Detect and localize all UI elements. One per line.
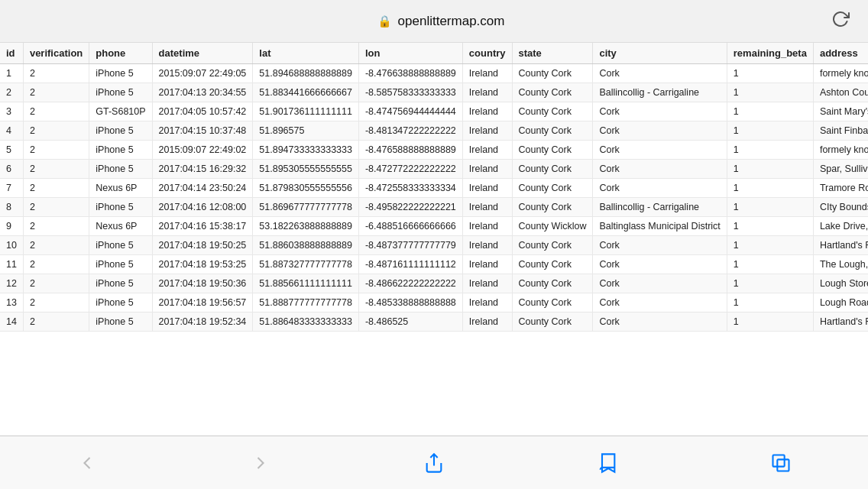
cell-5-remaining_beta: 1 — [727, 160, 813, 179]
cell-4-remaining_beta: 1 — [727, 141, 813, 160]
cell-4-country: Ireland — [462, 141, 512, 160]
cell-10-lon: -8.487161111111112 — [358, 255, 462, 274]
cell-11-lat: 51.885661111111111 — [253, 274, 359, 293]
data-table: idverificationphonedatetimelatloncountry… — [0, 43, 868, 332]
cell-12-verification: 2 — [23, 293, 89, 313]
cell-5-verification: 2 — [23, 160, 89, 179]
cell-6-country: Ireland — [462, 179, 512, 198]
cell-10-id: 11 — [0, 255, 23, 274]
cell-12-id: 13 — [0, 293, 23, 313]
back-button[interactable] — [61, 446, 113, 480]
cell-11-address: Lough Stores, Brookfield Lawn, Cro... — [813, 274, 868, 293]
cell-2-remaining_beta: 1 — [727, 102, 813, 121]
cell-10-country: Ireland — [462, 255, 512, 274]
cell-5-id: 6 — [0, 160, 23, 179]
svg-rect-2 — [778, 459, 789, 471]
table-row: 92Nexus 6P2017:04:16 15:38:1753.18226388… — [0, 217, 868, 236]
table-row: 102iPhone 52017:04:18 19:50:2551.8860388… — [0, 236, 868, 255]
share-button[interactable] — [408, 446, 460, 480]
cell-0-remaining_beta: 1 — [727, 64, 813, 83]
cell-0-address: formely known as Zam Zam, Barra... — [813, 64, 868, 83]
cell-1-phone: iPhone 5 — [89, 83, 152, 102]
table-row: 62iPhone 52017:04:15 16:29:3251.89530555… — [0, 160, 868, 179]
cell-5-address: Spar, Sullivan's Quay, South Gate A... — [813, 160, 868, 179]
cell-8-lat: 53.182263888888889 — [253, 217, 359, 236]
cell-7-lat: 51.869677777777778 — [253, 198, 359, 217]
cell-6-phone: Nexus 6P — [89, 179, 152, 198]
table-row: 72Nexus 6P2017:04:14 23:50:2451.87983055… — [0, 179, 868, 198]
cell-7-datetime: 2017:04:16 12:08:00 — [152, 198, 253, 217]
cell-6-verification: 2 — [23, 179, 89, 198]
cell-1-country: Ireland — [462, 83, 512, 102]
cell-3-verification: 2 — [23, 121, 89, 141]
cell-1-datetime: 2017:04:13 20:34:55 — [152, 83, 253, 102]
cell-4-datetime: 2015:09:07 22:49:02 — [152, 141, 253, 160]
cell-7-address: CIty Bounds Bar, Ashbrook Heights... — [813, 198, 868, 217]
table-row: 42iPhone 52017:04:15 10:37:4851.896575-8… — [0, 121, 868, 141]
cell-13-country: Ireland — [462, 313, 512, 332]
table-header-row: idverificationphonedatetimelatloncountry… — [0, 43, 868, 64]
table-container[interactable]: idverificationphonedatetimelatloncountry… — [0, 43, 868, 436]
cell-6-lat: 51.879830555555556 — [253, 179, 359, 198]
cell-0-datetime: 2015:09:07 22:49:05 — [152, 64, 253, 83]
forward-button[interactable] — [235, 446, 287, 480]
cell-0-country: Ireland — [462, 64, 512, 83]
cell-7-state: County Cork — [512, 198, 593, 217]
cell-11-state: County Cork — [512, 274, 593, 293]
cell-12-datetime: 2017:04:18 19:56:57 — [152, 293, 253, 313]
cell-13-state: County Cork — [512, 313, 593, 332]
cell-11-remaining_beta: 1 — [727, 274, 813, 293]
cell-0-phone: iPhone 5 — [89, 64, 152, 83]
url-bar[interactable]: 🔒 openlittermap.com — [53, 14, 828, 29]
cell-7-phone: iPhone 5 — [89, 198, 152, 217]
cell-9-id: 10 — [0, 236, 23, 255]
cell-3-phone: iPhone 5 — [89, 121, 152, 141]
cell-6-datetime: 2017:04:14 23:50:24 — [152, 179, 253, 198]
cell-12-remaining_beta: 1 — [727, 293, 813, 313]
cell-5-country: Ireland — [462, 160, 512, 179]
cell-1-state: County Cork — [512, 83, 593, 102]
cell-13-datetime: 2017:04:18 19:52:34 — [152, 313, 253, 332]
cell-2-lon: -8.474756944444444 — [358, 102, 462, 121]
table-row: 32GT-S6810P2017:04:05 10:57:4251.9017361… — [0, 102, 868, 121]
bookmarks-button[interactable] — [581, 446, 633, 480]
address-bar: 🔒 openlittermap.com — [0, 0, 868, 43]
cell-9-datetime: 2017:04:18 19:50:25 — [152, 236, 253, 255]
cell-1-verification: 2 — [23, 83, 89, 102]
cell-5-lat: 51.895305555555555 — [253, 160, 359, 179]
cell-3-city: Cork — [593, 121, 727, 141]
reload-button[interactable] — [828, 7, 853, 36]
cell-13-id: 14 — [0, 313, 23, 332]
cell-10-datetime: 2017:04:18 19:53:25 — [152, 255, 253, 274]
table-row: 12iPhone 52015:09:07 22:49:0551.89468888… — [0, 64, 868, 83]
cell-11-verification: 2 — [23, 274, 89, 293]
cell-3-lat: 51.896575 — [253, 121, 359, 141]
cell-2-state: County Cork — [512, 102, 593, 121]
cell-6-city: Cork — [593, 179, 727, 198]
col-header-state: state — [512, 43, 593, 64]
cell-3-id: 4 — [0, 121, 23, 141]
cell-1-lat: 51.883441666666667 — [253, 83, 359, 102]
cell-9-country: Ireland — [462, 236, 512, 255]
cell-12-city: Cork — [593, 293, 727, 313]
cell-8-country: Ireland — [462, 217, 512, 236]
cell-9-state: County Cork — [512, 236, 593, 255]
cell-2-address: Saint Mary's, Pope's Quay, Shando... — [813, 102, 868, 121]
cell-1-id: 2 — [0, 83, 23, 102]
cell-8-address: Lake Drive, Oldcourt, Blessington, ... — [813, 217, 868, 236]
cell-9-lon: -8.487377777777779 — [358, 236, 462, 255]
lock-icon: 🔒 — [377, 15, 392, 28]
cell-6-lon: -8.472558333333334 — [358, 179, 462, 198]
cell-3-state: County Cork — [512, 121, 593, 141]
cell-0-verification: 2 — [23, 64, 89, 83]
cell-4-id: 5 — [0, 141, 23, 160]
table-row: 22iPhone 52017:04:13 20:34:5551.88344166… — [0, 83, 868, 102]
cell-3-address: Saint Finbarre's, Wandesford Quay,... — [813, 121, 868, 141]
cell-0-lat: 51.894688888888889 — [253, 64, 359, 83]
cell-7-country: Ireland — [462, 198, 512, 217]
tabs-button[interactable] — [755, 446, 807, 480]
bottom-toolbar — [0, 436, 868, 489]
cell-12-country: Ireland — [462, 293, 512, 313]
cell-11-datetime: 2017:04:18 19:50:36 — [152, 274, 253, 293]
cell-5-datetime: 2017:04:15 16:29:32 — [152, 160, 253, 179]
